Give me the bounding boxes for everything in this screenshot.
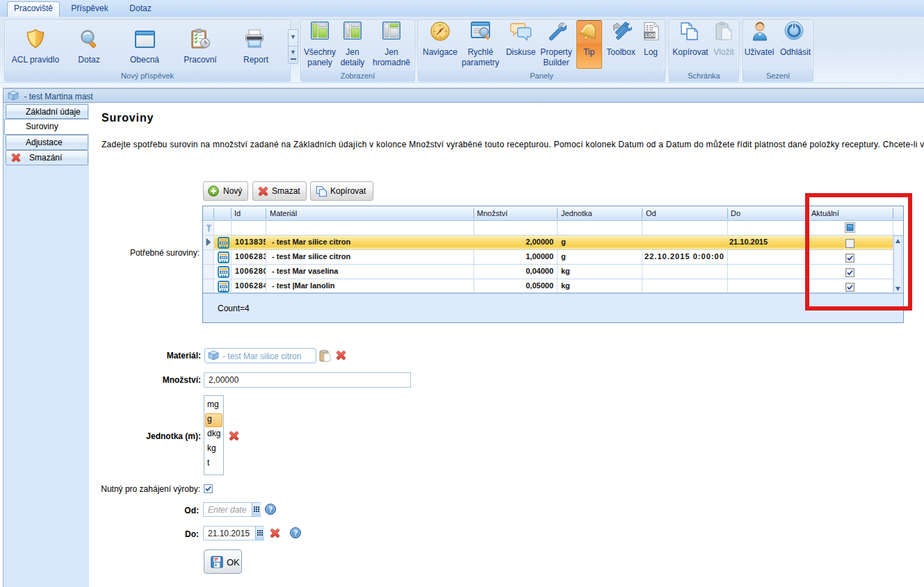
svg-text:LOG: LOG [646, 33, 656, 38]
svg-text:?: ? [268, 506, 273, 513]
svg-text:?: ? [293, 529, 298, 537]
